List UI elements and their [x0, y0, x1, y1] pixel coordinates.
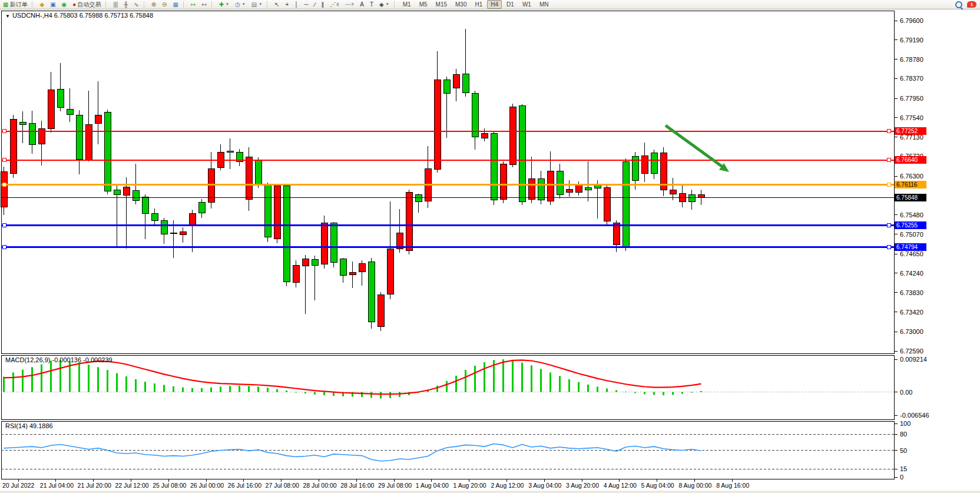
chevron-down-icon: ▼ [226, 1, 229, 8]
indicators-button[interactable]: ✚▼ [217, 0, 231, 9]
candle-body [359, 263, 365, 272]
macd-hist-bar [144, 382, 146, 392]
channel-button[interactable]: ∥ [319, 0, 326, 9]
crosshair-button[interactable]: + [283, 0, 292, 9]
macd-hist-bar [107, 370, 108, 392]
chevron-down-icon: ▼ [386, 1, 389, 8]
candle-body [142, 197, 148, 213]
hline-anchor[interactable] [2, 130, 6, 133]
timeframe-button-d1[interactable]: D1 [503, 0, 518, 9]
new-order-button-label: 新订单 [9, 1, 27, 8]
macd-hist-bar [59, 360, 61, 392]
macd-hist-bar [220, 386, 221, 392]
notifications-badge[interactable]: 1 [967, 1, 976, 8]
timeframe-button-w1[interactable]: W1 [519, 0, 535, 9]
elliott-button[interactable]: ⋰E [327, 0, 342, 9]
price-line-badge: 6.75255 [895, 221, 926, 229]
price-tick-label: 6.76300 [900, 173, 923, 180]
hline-anchor[interactable] [887, 246, 890, 249]
candle-body [670, 190, 676, 194]
terminal-button[interactable]: ▣ [48, 0, 58, 9]
macd-hist-bar [455, 376, 457, 392]
hline-anchor[interactable] [887, 224, 890, 227]
chart-shift-button[interactable]: ↤ [199, 0, 208, 9]
macd-hist-bar [644, 392, 645, 395]
macd-hist-bar [691, 392, 693, 393]
zoom-in-button[interactable]: ⊕ [149, 0, 158, 9]
hline-anchor[interactable] [2, 183, 6, 187]
macd-hist-bar [31, 367, 33, 392]
periods-button[interactable]: ◷▼ [233, 0, 248, 9]
cursor-icon: ↖ [274, 2, 279, 8]
search-icon[interactable] [955, 1, 962, 8]
market-depth-button[interactable]: ◆ [37, 0, 47, 9]
line-chart-icon: ∿ [134, 2, 138, 8]
date-label: 28 Jul 00:00 [303, 482, 336, 489]
timeframe-button-m15[interactable]: M15 [432, 0, 451, 9]
candle-body [76, 115, 82, 159]
timeframe-button-m1[interactable]: M1 [399, 0, 415, 9]
candle-body [293, 265, 299, 283]
zoom-out-button[interactable]: ⊖ [160, 0, 169, 9]
signals-button[interactable]: ◉ [59, 0, 69, 9]
date-label: 3 Aug 04:00 [528, 482, 561, 489]
text-button[interactable]: A [357, 0, 366, 9]
auto-scroll-icon: ↦ [191, 2, 196, 8]
candle-body [641, 156, 648, 174]
candle-body [340, 259, 346, 275]
hline-anchor[interactable] [2, 224, 6, 227]
horizontal-line-button[interactable]: ─ [302, 0, 311, 9]
candlestick-icon: ╫ [124, 2, 128, 8]
candle-body [528, 178, 535, 199]
new-order-button[interactable]: ▦新订单 [1, 0, 29, 9]
hline-anchor[interactable] [2, 158, 6, 162]
timeframe-button-m30[interactable]: M30 [452, 0, 470, 9]
hline-anchor[interactable] [2, 246, 6, 249]
candle-body [198, 203, 205, 213]
macd-hist-bar [154, 383, 155, 392]
chart-collapse-icon[interactable]: ▼ [5, 14, 10, 19]
bar-chart-button[interactable]: ||| [111, 0, 120, 9]
price-tick-label: 6.75070 [900, 231, 923, 238]
rsi-axis-label: 50 [900, 447, 907, 454]
hline-anchor[interactable] [887, 130, 890, 133]
price-tick-label: 6.73420 [900, 309, 923, 316]
timeframe-button-m5[interactable]: M5 [416, 0, 431, 9]
fibonacci-button[interactable]: ⋯F [343, 0, 356, 9]
toolbar-separator [32, 1, 35, 8]
macd-hist-bar [436, 386, 438, 392]
elliott-icon-letter: E [336, 1, 339, 8]
vertical-line-icon: │ [294, 2, 298, 8]
date-label: 21 Jul 20:00 [78, 482, 111, 489]
tile-windows-button[interactable]: ▦ [170, 0, 180, 9]
auto-trading-button[interactable]: ●自动交易 [70, 0, 103, 9]
candle-body [246, 157, 252, 199]
candle-body [123, 187, 130, 196]
timeframe-button-mn[interactable]: MN [536, 0, 552, 9]
hline-anchor[interactable] [887, 183, 890, 187]
macd-hist-bar [3, 377, 5, 392]
cursor-button[interactable]: ↖ [272, 0, 282, 9]
trendline-button[interactable]: ∕ [312, 0, 318, 9]
hline-anchor[interactable] [887, 158, 890, 162]
line-chart-button[interactable]: ∿ [131, 0, 141, 9]
templates-button[interactable]: ▤▼ [249, 0, 264, 9]
macd-hist-bar [135, 379, 137, 392]
clock-icon: ◷ [235, 2, 240, 8]
arrows-button[interactable]: ◈▼ [377, 0, 392, 9]
candlestick-chart-button[interactable]: ╫ [121, 0, 130, 9]
macd-hist-bar [12, 372, 14, 392]
macd-hist-bar [304, 392, 306, 393]
price-tick-label: 6.74240 [900, 270, 923, 277]
timeframe-button-h4[interactable]: H4 [487, 0, 502, 9]
text-label-button[interactable]: T [368, 0, 376, 9]
auto-scroll-button[interactable]: ↦ [188, 0, 198, 9]
macd-hist-bar [540, 369, 542, 392]
candle-body [698, 194, 704, 197]
macd-hist-bar [286, 391, 287, 392]
timeframe-button-h1[interactable]: H1 [471, 0, 486, 9]
vertical-line-button[interactable]: │ [292, 0, 300, 9]
macd-hist-bar [125, 376, 127, 392]
macd-hist-bar [700, 391, 702, 392]
price-tick-label: 6.73000 [900, 328, 923, 335]
